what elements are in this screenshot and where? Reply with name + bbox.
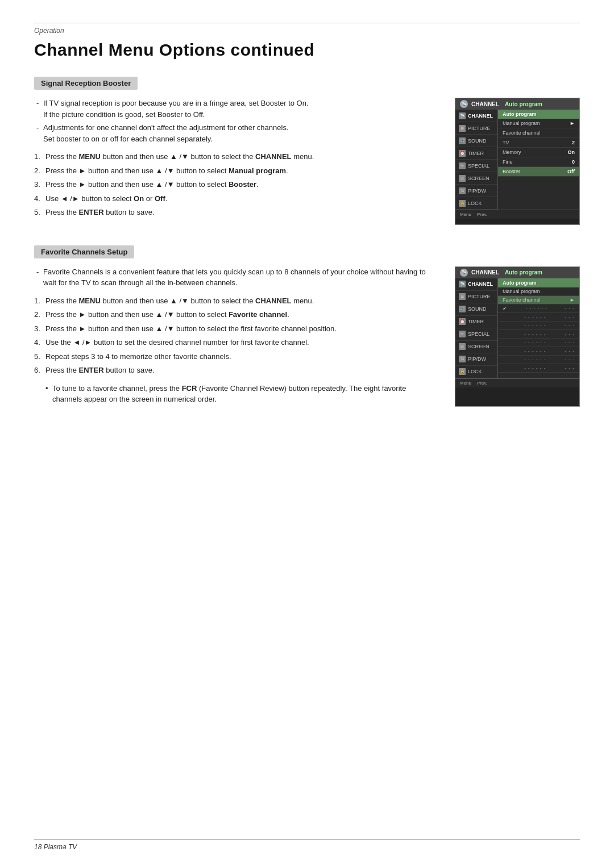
channel-icon: 📡 [460, 100, 468, 108]
signal-bullet-1: If TV signal reception is poor because y… [34, 98, 438, 120]
fav-menu-manual-program-label: Manual program [498, 287, 579, 296]
section-label: Operation [34, 27, 580, 35]
signal-menu-screenshot: 📡 CHANNEL Auto program 📡 CHANNEL 🖥 PICTU… [455, 98, 580, 225]
favorite-step-2: 2. Press the ► button and then use ▲ /▼ … [34, 309, 438, 320]
favorite-step-1: 1. Press the MENU button and then use ▲ … [34, 295, 438, 307]
signal-step-4: 4. Use ◄ /► button to select On or Off. [34, 193, 438, 205]
fav-channel-menu-icon: 📡 [459, 281, 466, 287]
signal-content-area: If TV signal reception is poor because y… [34, 98, 580, 225]
favorite-sub-bullet-1: To tune to a favorite channel, press the… [45, 383, 438, 405]
favorite-menu-footer: Menu Prev. [455, 378, 579, 387]
fav-menu-item-screen: ⊞ SCREEN [455, 341, 497, 353]
signal-section-header: Signal Reception Booster [34, 77, 138, 90]
fav-menu-header-label: CHANNEL [471, 269, 499, 276]
favorite-steps: 1. Press the MENU button and then use ▲ … [34, 295, 438, 376]
special-menu-icon: ✏ [459, 162, 466, 169]
fav-row-1: ✓ - - - - - - - - - [498, 304, 579, 313]
signal-menu-body: 📡 CHANNEL 🖥 PICTURE 🔊 SOUND ⏰ [455, 110, 579, 210]
signal-menu-left: 📡 CHANNEL 🖥 PICTURE 🔊 SOUND ⏰ [455, 110, 498, 210]
fav-sound-menu-icon: 🔊 [459, 306, 466, 312]
signal-bullets: If TV signal reception is poor because y… [34, 98, 438, 144]
signal-step-1: 1. Press the MENU button and then use ▲ … [34, 151, 438, 162]
signal-bullet-2: Adjustments for one channel don't affect… [34, 122, 438, 144]
favorite-section: Favorite Channels Setup Favorite Channel… [34, 245, 580, 407]
fav-menu-item-picture: 🖥 PICTURE [455, 291, 497, 303]
signal-section: Signal Reception Booster If TV signal re… [34, 77, 580, 225]
signal-step-3: 3. Press the ► button and then use ▲ /▼ … [34, 179, 438, 190]
favorite-step-3: 3. Press the ► button and then use ▲ /▼ … [34, 323, 438, 335]
favorite-content-area: Favorite Channels is a convenient featur… [34, 266, 580, 407]
menu-item-picture: 🖥 PICTURE [455, 122, 497, 135]
signal-text-content: If TV signal reception is poor because y… [34, 98, 438, 225]
signal-menu-right-header: Auto program [498, 110, 579, 119]
picture-menu-icon: 🖥 [459, 125, 466, 132]
fav-picture-menu-icon: 🖥 [459, 293, 466, 300]
menu-item-lock: 🔒 LOCK [455, 197, 497, 210]
fav-row-5: - - - - - - - - - [498, 339, 579, 347]
favorite-step-5: 5. Repeat steps 3 to 4 to memorize other… [34, 351, 438, 362]
sound-menu-icon: 🔊 [459, 137, 466, 144]
fav-menu-footer-prev: Prev. [477, 381, 487, 386]
signal-menu-memory: Memory On [498, 148, 579, 157]
favorite-section-header: Favorite Channels Setup [34, 245, 134, 258]
fav-menu-item-timer: ⏰ TIMER [455, 316, 497, 328]
fav-row-7: - - - - - - - - - [498, 356, 579, 364]
fav-timer-menu-icon: ⏰ [459, 318, 466, 325]
signal-menu-footer: Menu Prev. [455, 210, 579, 219]
favorite-menu-right: Auto program Manual program Favorite cha… [498, 278, 579, 378]
page-title: Channel Menu Options continued [34, 40, 580, 60]
signal-menu-manual-program: Manual program ► [498, 119, 579, 128]
signal-steps: 1. Press the MENU button and then use ▲ … [34, 151, 438, 218]
fav-row-4: - - - - - - - - - [498, 330, 579, 339]
fav-lock-menu-icon: 🔒 [459, 368, 466, 375]
pipdw-menu-icon: ⧉ [459, 187, 466, 194]
signal-menu-footer-menu: Menu [460, 212, 471, 217]
fav-menu-favorite-channel: Favorite channel ► [498, 296, 579, 304]
fav-row-2: - - - - - - - - - [498, 313, 579, 322]
menu-item-channel: 📡 CHANNEL [455, 110, 497, 122]
bottom-rule [34, 839, 580, 840]
signal-menu-header: 📡 CHANNEL Auto program [455, 98, 579, 110]
signal-step-5: 5. Press the ENTER button to save. [34, 207, 438, 218]
fav-menu-item-special: ✏ SPECIAL [455, 328, 497, 341]
page-footer: 18 Plasma TV [34, 843, 77, 851]
menu-item-special: ✏ SPECIAL [455, 160, 497, 172]
favorite-bullet-1: Favorite Channels is a convenient featur… [34, 266, 438, 289]
favorite-menu-header: 📡 CHANNEL Auto program [455, 267, 579, 278]
fav-menu-right-header: Auto program [498, 278, 579, 287]
signal-menu-tv: TV 2 [498, 138, 579, 148]
signal-menu-booster: Booster Off [498, 167, 579, 177]
favorite-step-4: 4. Use the ◄ /► button to set the desire… [34, 337, 438, 348]
lock-menu-icon: 🔒 [459, 200, 466, 207]
fav-menu-footer-menu: Menu [460, 381, 471, 386]
screen-menu-icon: ⊞ [459, 175, 466, 182]
fav-row-3: - - - - - - - - - [498, 322, 579, 330]
fav-screen-menu-icon: ⊞ [459, 343, 466, 350]
fav-special-menu-icon: ✏ [459, 331, 466, 337]
timer-menu-icon: ⏰ [459, 150, 466, 157]
fav-menu-item-sound: 🔊 SOUND [455, 303, 497, 316]
favorite-menu-body: 📡 CHANNEL 🖥 PICTURE 🔊 SOUND ⏰ [455, 278, 579, 378]
signal-menu-auto-program: Auto program [505, 101, 542, 107]
fav-pipdw-menu-icon: ⧉ [459, 356, 466, 362]
favorite-step-6: 6. Press the ENTER button to save. [34, 365, 438, 376]
signal-step-2: 2. Press the ► button and then use ▲ /▼ … [34, 165, 438, 177]
signal-menu-right: Auto program Manual program ► Favorite c… [498, 110, 579, 210]
fav-channel-icon: 📡 [460, 269, 468, 277]
signal-menu-favorite: Favorite channel [498, 128, 579, 138]
menu-item-pipdw: ⧉ PIP/DW [455, 185, 497, 197]
signal-menu-fine: Fine 0 [498, 157, 579, 167]
menu-item-sound: 🔊 SOUND [455, 135, 497, 147]
fav-row-6: - - - - - - - - - [498, 347, 579, 356]
signal-menu-header-label: CHANNEL [471, 101, 499, 107]
fav-menu-item-lock: 🔒 LOCK [455, 366, 497, 378]
favorite-menu-screenshot: 📡 CHANNEL Auto program 📡 CHANNEL 🖥 PICTU… [455, 266, 580, 407]
fav-row-8: - - - - - - - - - [498, 364, 579, 373]
menu-item-timer: ⏰ TIMER [455, 147, 497, 160]
fav-menu-item-channel: 📡 CHANNEL [455, 278, 497, 291]
page: Operation Channel Menu Options continued… [0, 0, 614, 868]
favorite-menu-left: 📡 CHANNEL 🖥 PICTURE 🔊 SOUND ⏰ [455, 278, 498, 378]
menu-spacer [498, 177, 579, 194]
channel-menu-icon: 📡 [459, 112, 466, 119]
top-rule [34, 23, 580, 23]
